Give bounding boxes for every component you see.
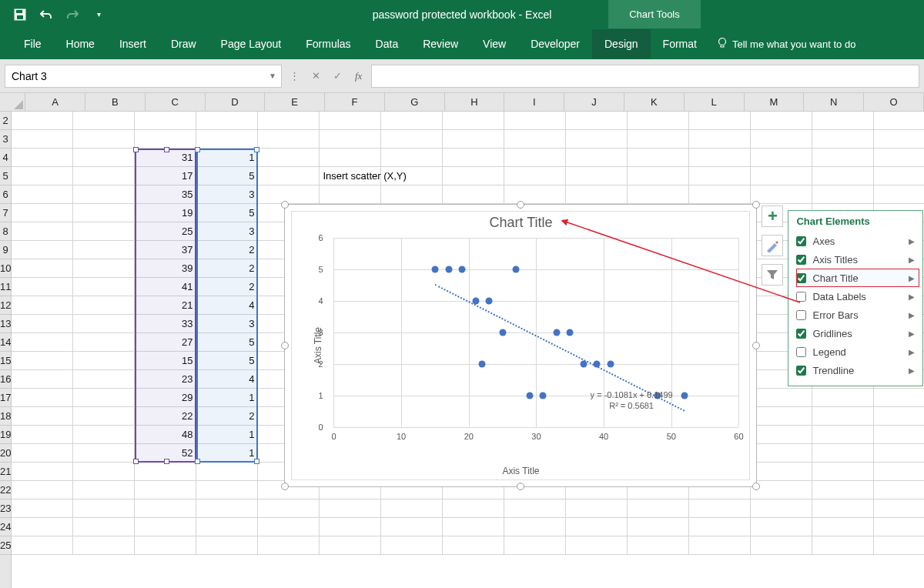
cell[interactable]	[73, 481, 135, 499]
cell-grid[interactable]: 311175Insert scatter (X,Y)35319525337239…	[12, 112, 924, 588]
cell[interactable]	[812, 407, 874, 426]
chevron-right-icon[interactable]: ▶	[909, 292, 915, 301]
chart-title[interactable]: Chart Title	[292, 212, 749, 231]
cell[interactable]: 19	[135, 204, 196, 222]
cell[interactable]: 2	[196, 241, 258, 259]
accept-formula-icon[interactable]: ✓	[329, 70, 346, 82]
cell[interactable]	[320, 499, 381, 518]
chart-filters-button[interactable]	[762, 264, 783, 286]
cell[interactable]: 37	[135, 241, 196, 259]
cell[interactable]	[381, 518, 443, 536]
row-header[interactable]: 8	[0, 222, 11, 241]
cell[interactable]	[504, 149, 566, 167]
cell[interactable]	[381, 149, 443, 167]
col-header[interactable]: C	[146, 93, 206, 111]
cell[interactable]	[566, 149, 628, 167]
cell[interactable]	[12, 241, 73, 259]
fx-label[interactable]: fx	[350, 70, 367, 82]
cell[interactable]	[443, 130, 504, 149]
cell[interactable]: 31	[135, 149, 196, 167]
row-header[interactable]: 15	[0, 352, 11, 370]
row-header[interactable]: 5	[0, 167, 11, 185]
cell[interactable]	[73, 407, 135, 426]
cell[interactable]	[12, 444, 73, 463]
cell[interactable]	[381, 130, 443, 149]
cell[interactable]	[12, 481, 73, 499]
cell[interactable]	[73, 259, 135, 278]
cell[interactable]	[874, 167, 924, 185]
redo-icon[interactable]	[66, 8, 79, 21]
cell[interactable]	[504, 536, 566, 555]
cell[interactable]	[73, 185, 135, 204]
cell[interactable]	[689, 149, 751, 167]
cell[interactable]	[504, 185, 566, 204]
cell[interactable]	[874, 499, 924, 518]
cell[interactable]	[196, 463, 258, 481]
col-header[interactable]: B	[85, 93, 146, 111]
col-header[interactable]: A	[25, 93, 85, 111]
tab-format[interactable]: Format	[651, 29, 709, 58]
cell[interactable]	[812, 149, 874, 167]
cell[interactable]	[12, 204, 73, 222]
row-header[interactable]: 21	[0, 463, 11, 481]
chart-elements-button[interactable]: +	[762, 205, 783, 227]
cell[interactable]	[751, 407, 812, 426]
cell[interactable]: 27	[135, 333, 196, 352]
row-header[interactable]: 18	[0, 407, 11, 426]
row-header[interactable]: 22	[0, 481, 11, 499]
cell[interactable]	[751, 112, 812, 130]
cell[interactable]: 21	[135, 296, 196, 315]
cell[interactable]	[751, 149, 812, 167]
data-point[interactable]	[431, 266, 438, 273]
cell[interactable]	[689, 536, 751, 555]
cell[interactable]: 5	[196, 167, 258, 185]
cell[interactable]	[504, 518, 566, 536]
cell[interactable]: 52	[135, 444, 196, 463]
cell[interactable]	[812, 185, 874, 204]
cell[interactable]	[566, 112, 628, 130]
cell[interactable]: 33	[135, 315, 196, 333]
cell[interactable]	[812, 463, 874, 481]
cell[interactable]	[689, 130, 751, 149]
cell[interactable]	[12, 296, 73, 315]
cell[interactable]	[196, 536, 258, 555]
cell[interactable]	[320, 185, 381, 204]
cell[interactable]	[12, 389, 73, 407]
cell[interactable]	[566, 518, 628, 536]
cell[interactable]: 3	[196, 185, 258, 204]
cell[interactable]: 5	[196, 333, 258, 352]
cell[interactable]	[874, 112, 924, 130]
tab-page-layout[interactable]: Page Layout	[209, 29, 294, 58]
cell[interactable]	[135, 481, 196, 499]
cell[interactable]	[812, 444, 874, 463]
tab-developer[interactable]: Developer	[518, 29, 592, 58]
chart-element-axes[interactable]: Axes▶	[796, 232, 919, 250]
cell[interactable]	[689, 518, 751, 536]
checkbox[interactable]	[796, 236, 806, 246]
checkbox[interactable]	[796, 292, 806, 302]
tab-home[interactable]: Home	[54, 29, 107, 58]
cell[interactable]	[12, 370, 73, 389]
name-box[interactable]: Chart 3 ▼	[5, 65, 282, 88]
cell[interactable]	[12, 333, 73, 352]
col-header[interactable]: M	[745, 93, 805, 111]
cell[interactable]	[812, 426, 874, 444]
cell[interactable]	[751, 463, 812, 481]
chart-element-gridlines[interactable]: Gridlines▶	[796, 324, 919, 342]
chart-element-axis-titles[interactable]: Axis Titles▶	[796, 250, 919, 269]
cell[interactable]	[689, 185, 751, 204]
cell[interactable]	[12, 518, 73, 536]
cell[interactable]	[320, 112, 381, 130]
cell[interactable]	[812, 499, 874, 518]
cell[interactable]	[443, 518, 504, 536]
cell[interactable]	[135, 112, 196, 130]
row-header[interactable]: 4	[0, 149, 11, 167]
formula-input[interactable]	[371, 65, 919, 88]
col-header[interactable]: I	[504, 93, 564, 111]
cell[interactable]	[12, 407, 73, 426]
row-header[interactable]: 7	[0, 204, 11, 222]
cell[interactable]	[73, 536, 135, 555]
row-header[interactable]: 17	[0, 389, 11, 407]
cell[interactable]	[628, 130, 689, 149]
cell[interactable]	[73, 296, 135, 315]
